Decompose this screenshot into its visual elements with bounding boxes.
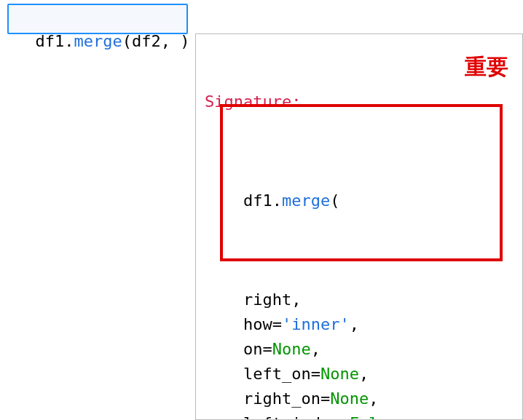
sig-function: merge [282,191,330,210]
equals-sign: = [272,315,282,333]
param-name: how [243,315,272,333]
param-name: on [243,340,263,358]
code-arg: df2 [132,32,161,50]
param-value: 'inner' [282,315,350,333]
paren-open: ( [122,32,132,50]
sig-param-line: left_on=None, [205,362,514,387]
trailing-comma: , [291,290,301,309]
trailing-comma: , [311,340,321,358]
code-cell[interactable]: df1.merge(df2, ) [7,4,188,34]
signature-tooltip: Signature: df1.merge( right, how='inner'… [195,33,523,420]
sig-dot: . [272,191,282,210]
trailing-comma: , [350,315,359,333]
equals-sign: = [262,340,272,358]
sig-params: right, how='inner', on=None, left_on=Non… [205,288,514,420]
param-value: None [272,340,311,358]
paren-close: ) [180,32,189,50]
sig-param-line: right_on=None, [205,387,514,411]
param-value: None [321,365,359,383]
param-name: left_on [243,365,311,383]
sig-param-line: left_index=False, [205,411,514,420]
param-name: right_on [243,389,321,408]
sig-object: df1 [243,191,272,210]
code-object: df1 [36,32,65,50]
comma: , [161,32,181,50]
sig-paren-open: ( [330,191,339,210]
trailing-comma: , [359,365,369,383]
param-value: False [350,414,398,420]
signature-label: Signature: [205,92,301,111]
annotation-important: 重要 [465,52,508,82]
sig-param-line: right, [205,288,514,312]
trailing-comma: , [398,414,407,420]
equals-sign: = [339,414,349,420]
equals-sign: = [321,389,330,408]
equals-sign: = [311,365,321,383]
param-name: right [243,290,291,309]
code-function: merge [74,32,122,50]
param-value: None [330,389,369,408]
sig-param-line: how='inner', [205,312,514,337]
dot: . [64,32,74,50]
sig-param-line: on=None, [205,337,514,362]
param-name: left_index [243,414,339,420]
trailing-comma: , [369,389,378,408]
